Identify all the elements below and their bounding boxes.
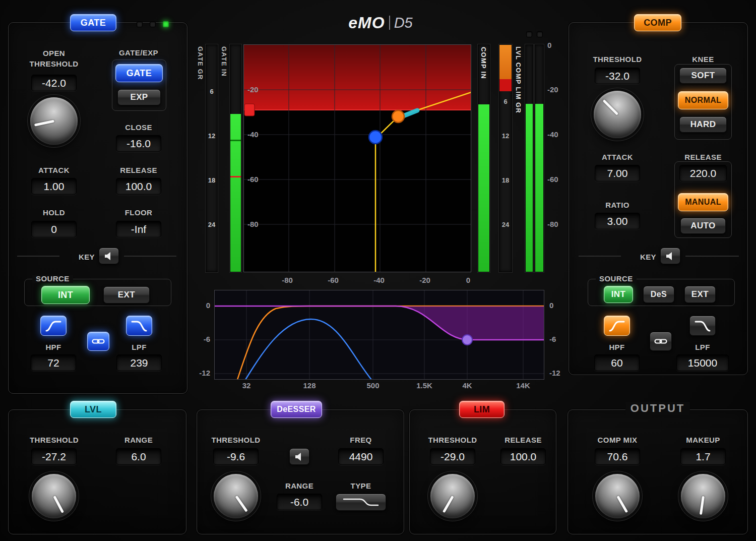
deesser-threshold-knob[interactable] [214,474,258,518]
gate-filter-link-button[interactable] [87,332,109,351]
gate-source-int-button[interactable]: INT [41,286,90,304]
eq-db-tick: -12 [193,369,210,377]
link-icon [92,337,105,345]
knob-pointer [442,496,454,513]
comp-hpf-label: HPF [592,342,642,352]
eq-freq-tick: 14K [516,382,530,390]
eq-db-tick: -6 [549,335,570,343]
comp-ratio-value[interactable]: 3.00 [595,213,640,229]
gate-gr-meter-label: GATE GR [197,46,204,80]
key-filter-eq-graph[interactable] [214,290,544,380]
comp-hpf-value[interactable]: 60 [594,354,640,371]
comp-key-monitor-button[interactable] [660,248,680,264]
deesser-threshold-label: THRESHOLD [198,435,274,445]
comp-hpf-button[interactable] [604,316,630,336]
comp-knee-soft-button[interactable]: SOFT [679,68,727,84]
dynamics-transfer-graph[interactable]: -20 -40 -60 -80 [243,44,471,272]
comp-threshold-knob[interactable] [594,91,641,138]
lvl-range-value[interactable]: 6.0 [116,448,161,465]
comp-filter-link-button[interactable] [650,332,672,351]
gate-lpf-value[interactable]: 239 [116,354,162,371]
comp-knee-normal-button[interactable]: NORMAL [678,91,728,109]
gate-open-threshold-value[interactable]: -42.0 [31,75,77,91]
lim-section-button[interactable]: LIM [459,401,505,418]
gate-key-monitor-button[interactable] [99,248,119,264]
gate-close-label: CLOSE [106,122,171,133]
gate-lpf-button[interactable] [126,316,152,336]
graph-x-tick: -80 [282,276,293,284]
db-scale-tick: -40 [547,131,558,139]
comp-knee-label: KNEE [665,54,741,65]
comp-section-button[interactable]: COMP [634,14,681,31]
lvl-threshold-knob[interactable] [32,474,76,518]
lim-release-value[interactable]: 100.0 [500,448,546,465]
gate-release-value[interactable]: 100.0 [116,178,161,195]
comp-release-auto-button[interactable]: AUTO [680,218,726,234]
gate-section-button[interactable]: GATE [70,14,116,31]
gate-attack-value[interactable]: 1.00 [31,178,77,195]
deesser-threshold-value[interactable]: -9.6 [213,448,259,465]
output-panel [568,409,748,534]
lpf-filter-icon [131,319,148,332]
eq-freq-axis: 32 128 500 1.5K 4K 14K [214,382,544,392]
gate-source-ext-button[interactable]: EXT [103,286,150,304]
comp-source-int-button[interactable]: INT [604,286,633,303]
lim-threshold-value[interactable]: -29.0 [430,448,475,465]
knob-pointer [699,496,704,515]
gate-close-value[interactable]: -16.0 [116,135,161,152]
comp-source-des-button[interactable]: DeS [643,286,674,303]
gate-in-meter-label: GATE IN [220,46,228,77]
comp-key-label: KEY [621,252,656,262]
lvl-panel [8,409,186,534]
deesser-freq-value[interactable]: 4490 [338,448,384,465]
deesser-range-value[interactable]: -6.0 [277,494,322,510]
graph-x-tick: -60 [328,276,339,284]
link-icon [654,337,667,345]
eq-db-tick: -6 [193,335,210,343]
deesser-monitor-button[interactable] [289,448,309,465]
hpf-filter-icon [608,319,625,332]
output-comp-mix-value[interactable]: 70.6 [595,448,640,465]
gate-floor-value[interactable]: -Inf [116,221,161,237]
meter-level-fill [535,104,543,272]
gate-hold-value[interactable]: 0 [31,221,77,237]
comp-attack-value[interactable]: 7.00 [595,165,640,182]
comp-lpf-value[interactable]: 15000 [676,354,729,371]
gate-led-2 [150,21,156,27]
comp-lpf-button[interactable] [689,316,716,336]
speaker-icon [104,252,114,261]
output-comp-mix-knob[interactable] [595,474,640,518]
gate-hpf-value[interactable]: 72 [31,354,76,371]
gate-led-1 [137,21,143,27]
meter-scale-number: 6 [499,98,512,105]
deesser-section-button[interactable]: DeESSER [271,401,322,418]
logo-model: D5 [394,15,413,31]
meter-scale-number: 12 [206,132,217,140]
lvl-section-button[interactable]: LVL [70,401,116,418]
gate-open-threshold-label: OPEN THRESHOLD [24,48,84,69]
graph-y-tick: -60 [247,175,259,184]
gr-meter-orange-segment [499,45,512,79]
output-makeup-knob[interactable] [681,474,725,518]
gate-mode-exp-button[interactable]: EXP [117,89,161,105]
lim-panel [409,409,556,534]
gate-hpf-button[interactable] [40,316,67,336]
deesser-type-button[interactable] [336,494,386,511]
lim-threshold-knob[interactable] [430,474,475,518]
gate-floor-label: FLOOR [105,207,172,218]
gate-mode-gate-button[interactable]: GATE [115,64,163,82]
output-meter-right [535,44,544,272]
comp-threshold-label: THRESHOLD [580,54,655,65]
gate-threshold-knob[interactable] [30,97,78,145]
output-makeup-value[interactable]: 1.7 [680,448,726,465]
comp-threshold-value[interactable]: -32.0 [595,68,640,84]
db-scale-tick: -20 [547,86,558,94]
comp-knee-hard-button[interactable]: HARD [679,116,727,133]
lvl-threshold-value[interactable]: -27.2 [31,448,77,465]
meter-level-fill [526,104,533,272]
comp-release-value[interactable]: 220.0 [679,165,727,182]
comp-release-manual-button[interactable]: MANUAL [678,193,728,211]
comp-source-ext-button[interactable]: EXT [684,286,716,303]
shelf-filter-icon [342,497,380,508]
output-clip-led-right [537,31,543,37]
